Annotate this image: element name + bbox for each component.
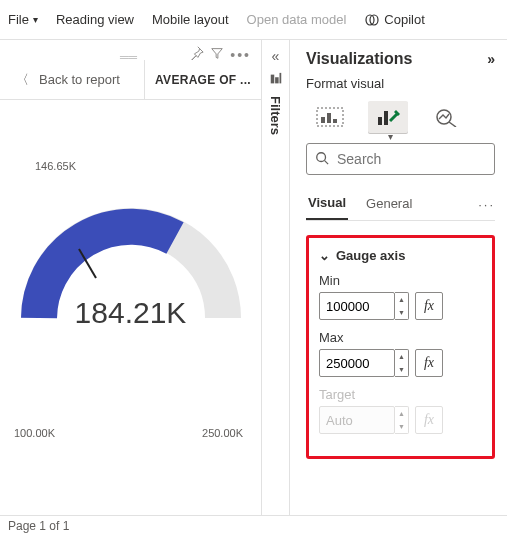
gauge-value: 184.21K [75, 296, 187, 330]
visual-toolbar: ••• [190, 46, 251, 63]
target-fx-button: fx [415, 406, 443, 434]
chevron-down-icon: ⌄ [319, 248, 330, 263]
visualizations-pane: Visualizations » Format visual ▾ Visual … [290, 40, 507, 515]
filters-rail-icon [269, 72, 283, 88]
max-label: Max [319, 330, 482, 345]
max-input[interactable] [319, 349, 395, 377]
back-label: Back to report [39, 72, 120, 87]
tabs-more-icon[interactable]: ··· [478, 197, 495, 212]
gauge-axis-label: Gauge axis [336, 248, 405, 263]
menu-file[interactable]: File ▾ [8, 12, 38, 27]
gauge-axis-toggle[interactable]: ⌄ Gauge axis [319, 248, 482, 263]
min-spinner[interactable]: ▲▼ [395, 292, 409, 320]
format-visual-label: Format visual [306, 76, 495, 91]
svg-line-13 [449, 122, 456, 127]
min-label: Min [319, 273, 482, 288]
back-to-report[interactable]: 〈 Back to report [0, 71, 144, 89]
target-label: Target [319, 387, 482, 402]
svg-point-12 [437, 110, 451, 124]
svg-point-14 [317, 152, 326, 161]
more-icon[interactable]: ••• [230, 47, 251, 63]
spin-up-icon[interactable]: ▲ [395, 293, 408, 306]
min-fx-button[interactable]: fx [415, 292, 443, 320]
format-mode-switch: ▾ [306, 97, 495, 143]
svg-rect-7 [321, 117, 325, 123]
tab-visual[interactable]: Visual [306, 189, 348, 220]
svg-rect-10 [378, 117, 382, 125]
spin-up-icon[interactable]: ▲ [395, 350, 408, 363]
filters-rail-labels: Filters [268, 72, 283, 135]
metric-title: AVERAGE OF ... [144, 60, 261, 99]
pin-icon[interactable] [190, 46, 204, 63]
spin-up-icon: ▲ [395, 407, 408, 420]
menu-copilot[interactable]: Copilot [364, 12, 424, 28]
min-input[interactable] [319, 292, 395, 320]
gauge-marker-label: 146.65K [35, 160, 76, 172]
spin-down-icon[interactable]: ▼ [395, 363, 408, 376]
filters-label: Filters [268, 96, 283, 135]
spin-down-icon[interactable]: ▼ [395, 306, 408, 319]
format-search-input[interactable] [337, 151, 507, 167]
gauge-visual[interactable]: 146.65K 184.21K 100.00K 250.00K [0, 100, 261, 515]
gauge-axis-card: ⌄ Gauge axis Min ▲▼ fx Max [306, 235, 495, 459]
drag-grip-icon[interactable]: ══ [120, 50, 137, 64]
tab-general[interactable]: General [364, 190, 414, 219]
chevron-down-icon: ▾ [33, 14, 38, 25]
target-spinner: ▲▼ [395, 406, 409, 434]
svg-rect-11 [384, 111, 388, 125]
active-tab-caret-icon: ▾ [388, 131, 393, 142]
page-indicator: Page 1 of 1 [8, 519, 69, 533]
target-input [319, 406, 395, 434]
filter-icon[interactable] [210, 46, 224, 63]
search-icon [315, 151, 329, 168]
chevron-left-double-icon[interactable]: « [272, 48, 280, 64]
gauge-max-label: 250.00K [202, 427, 243, 439]
build-visual-icon[interactable] [310, 101, 350, 133]
svg-line-15 [325, 160, 329, 164]
filters-rail[interactable]: « Filters [262, 40, 290, 515]
format-visual-icon[interactable] [368, 101, 408, 133]
menu-file-label: File [8, 12, 29, 27]
copilot-icon [364, 12, 380, 28]
svg-rect-8 [327, 113, 331, 123]
spin-down-icon: ▼ [395, 420, 408, 433]
max-fx-button[interactable]: fx [415, 349, 443, 377]
gauge-min-label: 100.00K [14, 427, 55, 439]
menu-copilot-label: Copilot [384, 12, 424, 27]
expand-pane-icon[interactable]: » [487, 51, 495, 67]
svg-rect-4 [275, 77, 279, 83]
visualizations-title: Visualizations [306, 50, 412, 68]
canvas-pane: ••• ══ 〈 Back to report AVERAGE OF ... 1… [0, 40, 262, 515]
svg-rect-9 [333, 119, 337, 123]
analytics-icon[interactable] [426, 101, 466, 133]
status-bar: Page 1 of 1 [0, 515, 507, 535]
svg-rect-3 [270, 75, 274, 84]
svg-rect-5 [279, 73, 281, 84]
max-spinner[interactable]: ▲▼ [395, 349, 409, 377]
menu-reading-view[interactable]: Reading view [56, 12, 134, 27]
menu-open-data-model: Open data model [247, 12, 347, 27]
chevron-left-icon: 〈 [16, 71, 29, 89]
menu-mobile-layout[interactable]: Mobile layout [152, 12, 229, 27]
format-search[interactable] [306, 143, 495, 175]
